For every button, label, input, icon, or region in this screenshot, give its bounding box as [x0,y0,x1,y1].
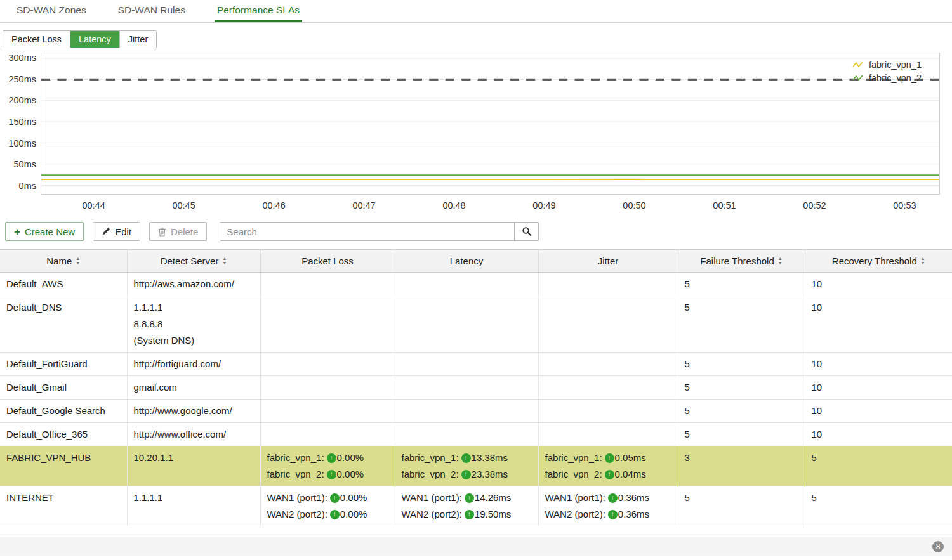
column-header-name[interactable]: Name▲▼ [0,250,127,273]
metric-tab-jitter[interactable]: Jitter [119,31,156,48]
footer-bar: 8 [0,537,952,556]
recovery-threshold-value: 5 [812,452,817,463]
interface-label: fabric_vpn_2: [402,466,459,483]
up-arrow-icon: ↑ [608,493,618,503]
metric-line: WAN1 (port1):↑14.26ms [402,490,532,506]
recovery-threshold-cell: 10 [805,376,952,400]
latency-chart: 300ms250ms200ms150ms100ms50ms0ms fabric_… [4,53,940,214]
column-header-detect-server[interactable]: Detect Server▲▼ [127,250,260,273]
chart-x-axis: 00:4400:4500:4600:4700:4800:4900:5000:51… [41,195,940,214]
legend-label: fabric_vpn_1 [869,60,922,70]
search-button[interactable] [515,222,539,241]
delete-label: Delete [171,226,198,237]
sla-name: Default_FortiGuard [6,358,88,369]
x-tick: 00:51 [713,200,736,211]
recovery-threshold-cell: 5 [805,446,952,486]
column-header-failure-threshold[interactable]: Failure Threshold▲▼ [678,250,805,273]
table-row-default-fortiguard[interactable]: Default_FortiGuardhttp://fortiguard.com/… [0,353,952,376]
plus-icon: + [14,226,20,237]
failure-threshold-cell: 5 [678,400,805,423]
tab-sd-wan-zones[interactable]: SD-WAN Zones [14,0,89,22]
interface-label: fabric_vpn_1: [267,450,324,466]
metric-line: fabric_vpn_1:↑13.38ms [402,450,532,466]
detect-server-line: http://fortiguard.com/ [134,356,254,372]
metric-value: 19.50ms [475,506,512,523]
metric-value: 14.26ms [475,490,512,506]
column-header-jitter: Jitter [538,250,678,273]
packet-loss-cell: WAN1 (port1):↑0.00%WAN2 (port2):↑0.00% [260,486,395,526]
name-cell: INTERNET [0,486,127,526]
column-header-recovery-threshold[interactable]: Recovery Threshold▲▼ [805,250,952,273]
create-new-button[interactable]: + Create New [5,222,84,241]
pencil-icon [102,227,110,236]
recovery-threshold-value: 10 [812,405,823,416]
interface-label: fabric_vpn_2: [267,466,324,483]
column-header-inner: Recovery Threshold▲▼ [809,256,949,266]
failure-threshold-value: 5 [685,278,690,289]
up-arrow-icon: ↑ [327,453,336,463]
metric-line: fabric_vpn_1:↑0.00% [267,450,388,466]
table-row-default-gmail[interactable]: Default_Gmailgmail.com510 [0,376,952,400]
create-new-label: Create New [25,226,75,237]
delete-button[interactable]: Delete [149,222,207,241]
jitter-cell [538,400,678,423]
recovery-threshold-value: 10 [812,358,823,369]
metric-line: WAN2 (port2):↑0.36ms [545,506,671,523]
sort-icon: ▲▼ [921,257,925,265]
failure-threshold-value: 5 [685,302,690,313]
jitter-cell [538,296,678,353]
y-tick: 300ms [8,53,36,63]
chart-y-axis: 300ms250ms200ms150ms100ms50ms0ms [4,53,41,195]
column-header-latency: Latency [395,250,538,273]
column-header-inner: Packet Loss [265,256,391,266]
tab-performance-slas[interactable]: Performance SLAs [215,0,302,22]
table-row-default-office-365[interactable]: Default_Office_365http://www.office.com/… [0,423,952,446]
up-arrow-icon: ↑ [465,493,474,503]
recovery-threshold-value: 10 [812,278,823,289]
search-input[interactable] [220,222,515,241]
metric-line: WAN1 (port1):↑0.36ms [545,490,671,506]
edit-button[interactable]: Edit [93,222,140,241]
column-header-inner: Name▲▼ [4,256,123,266]
metric-value: 0.36ms [618,506,649,523]
table-row-default-dns[interactable]: Default_DNS1.1.1.18.8.8.8(System DNS)510 [0,296,952,353]
detect-server-cell: http://www.google.com/ [127,400,260,423]
metric-line: WAN2 (port2):↑0.00% [267,506,388,523]
name-cell: Default_FortiGuard [0,353,127,376]
metric-value: 0.00% [340,490,367,506]
table-row-internet[interactable]: INTERNET1.1.1.1WAN1 (port1):↑0.00%WAN2 (… [0,486,952,526]
table-row-fabric-vpn-hub[interactable]: FABRIC_VPN_HUB10.20.1.1fabric_vpn_1:↑0.0… [0,446,952,486]
legend-item-fabric-vpn-2[interactable]: fabric_vpn_2 [852,73,922,83]
table-row-default-aws[interactable]: Default_AWShttp://aws.amazon.com/510 [0,273,952,296]
failure-threshold-cell: 3 [678,446,805,486]
search-bar [220,222,539,241]
column-label: Recovery Threshold [832,256,917,266]
failure-threshold-value: 5 [685,492,690,503]
name-cell: Default_DNS [0,296,127,353]
metric-line: fabric_vpn_2:↑0.04ms [545,466,671,483]
interface-label: WAN1 (port1): [402,490,462,506]
detect-server-line: http://www.google.com/ [134,403,254,419]
chart-canvas [41,53,939,194]
detect-server-line: (System DNS) [134,332,254,349]
legend-item-fabric-vpn-1[interactable]: fabric_vpn_1 [852,60,922,70]
interface-label: WAN1 (port1): [267,490,327,506]
detect-server-line: 1.1.1.1 [134,299,254,316]
column-header-packet-loss: Packet Loss [260,250,395,273]
recovery-threshold-cell: 10 [805,273,952,296]
metric-tab-packet-loss[interactable]: Packet Loss [3,31,70,48]
table-row-default-google-search[interactable]: Default_Google Searchhttp://www.google.c… [0,400,952,423]
column-header-inner: Jitter [543,256,674,266]
name-cell: Default_AWS [0,273,127,296]
jitter-cell [538,376,678,400]
metric-tab-latency[interactable]: Latency [70,31,119,48]
tab-sd-wan-rules[interactable]: SD-WAN Rules [116,0,188,22]
failure-threshold-cell: 5 [678,423,805,446]
up-arrow-icon: ↑ [461,453,471,463]
column-header-inner: Detect Server▲▼ [131,256,256,266]
x-tick: 00:46 [262,200,285,211]
sort-icon: ▲▼ [76,257,80,265]
failure-threshold-cell: 5 [678,353,805,376]
detect-server-cell: 10.20.1.1 [127,446,260,486]
chart-plot: fabric_vpn_1fabric_vpn_2 [41,53,940,195]
